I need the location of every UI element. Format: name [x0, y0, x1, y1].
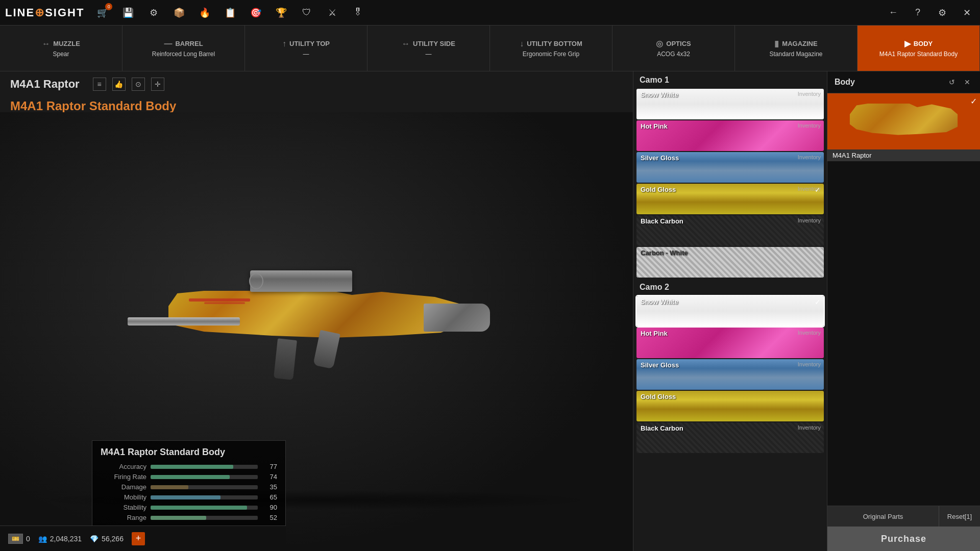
- medal-icon[interactable]: 🎖: [350, 5, 366, 21]
- body-spacer: [827, 161, 980, 506]
- stat-label-range: Range: [101, 514, 146, 521]
- currency-value-3: 56,266: [102, 535, 124, 543]
- body-panel-controls: ↺ ✕: [946, 77, 973, 88]
- body-close-icon[interactable]: ✕: [962, 77, 973, 88]
- slot-magazine[interactable]: ▮ Magazine Standard Magazine: [735, 26, 857, 71]
- move-icon[interactable]: ✛: [151, 78, 164, 91]
- close-icon[interactable]: ✕: [959, 5, 975, 21]
- camo-item-black-carbon-1[interactable]: Black Carbon Inventory: [636, 215, 824, 246]
- stat-value-firingrate: 74: [262, 473, 277, 481]
- sword-icon[interactable]: ⚔: [324, 5, 340, 21]
- camo-check-snow-white-2: ✓: [815, 298, 821, 306]
- stat-row-mobility: Mobility 65: [101, 493, 277, 501]
- currency-item-1: 🎫 0: [8, 534, 30, 544]
- back-icon[interactable]: ←: [885, 5, 901, 21]
- slot-body-label: ▶ Body: [904, 39, 933, 48]
- help-icon[interactable]: ?: [910, 5, 926, 21]
- slot-barrel[interactable]: — Barrel Reinforced Long Barrel: [122, 26, 245, 71]
- currency-value-2: 2,048,231: [50, 535, 82, 543]
- camo-item-hot-pink-1[interactable]: Hot Pink Inventory: [636, 120, 824, 151]
- stat-bar-mobility: [151, 495, 258, 499]
- camo-name-silver-gloss-2: Silver Gloss: [636, 359, 824, 371]
- stat-label-accuracy: Accuracy: [101, 463, 146, 470]
- reset-button[interactable]: Reset[1]: [939, 506, 980, 527]
- nav-right: ← ? ⚙ ✕: [885, 5, 975, 21]
- utility-top-icon: ↑: [282, 39, 286, 48]
- camo-item-gold-gloss-1[interactable]: Gold Gloss Inventory ✓: [636, 184, 824, 214]
- people-icon: 👥: [38, 535, 47, 543]
- camo-name-snow-white-2: Snow White: [636, 296, 824, 308]
- inventory-icon[interactable]: 📦: [171, 5, 187, 21]
- cart-badge: 0: [105, 3, 112, 10]
- slot-utility-bottom[interactable]: ↓ Utility Bottom Ergonomic Fore Grip: [490, 26, 612, 71]
- body-panel-header: Body ↺ ✕: [827, 71, 980, 93]
- stat-label-damage: Damage: [101, 483, 146, 491]
- camo-name-silver-gloss-1: Silver Gloss: [636, 152, 824, 164]
- settings-icon[interactable]: ⚙: [145, 5, 162, 21]
- weapon-render: [138, 260, 495, 403]
- slot-optics[interactable]: ◎ Optics ACOG 4x32: [612, 26, 735, 71]
- slot-utility-top[interactable]: ↑ Utility Top —: [245, 26, 368, 71]
- list-view-icon[interactable]: ≡: [93, 78, 106, 91]
- currency-value-1: 0: [26, 535, 30, 543]
- currency-bar: 🎫 0 👥 2,048,231 💎 56,266 +: [0, 525, 286, 551]
- camo-item-silver-gloss-2[interactable]: Silver Gloss Inventory: [636, 359, 824, 390]
- slot-utility-side-value: —: [426, 51, 432, 58]
- right-combined: Camo 1 Snow White Inventory Hot Pink Inv…: [633, 71, 980, 551]
- camo-check-gold-gloss-1: ✓: [815, 186, 821, 194]
- add-currency-button[interactable]: +: [132, 532, 145, 545]
- cart-icon[interactable]: 🛒 0: [94, 5, 111, 21]
- slot-utility-top-label: ↑ Utility Top: [282, 39, 330, 48]
- notes-icon[interactable]: 📋: [222, 5, 238, 21]
- stat-label-mobility: Mobility: [101, 493, 146, 501]
- camo-item-hot-pink-2[interactable]: Hot Pink Inventory: [636, 328, 824, 358]
- slot-body[interactable]: ▶ Body M4A1 Raptor Standard Body: [857, 26, 980, 71]
- stat-row-accuracy: Accuracy 77: [101, 463, 277, 470]
- camo-scroll[interactable]: Camo 1 Snow White Inventory Hot Pink Inv…: [633, 71, 827, 551]
- camo-item-silver-gloss-1[interactable]: Silver Gloss Inventory: [636, 152, 824, 183]
- original-parts-button[interactable]: Original Parts: [827, 506, 939, 527]
- camo-item-snow-white-2[interactable]: Snow White ✓: [636, 296, 824, 327]
- camo-item-black-carbon-2[interactable]: Black Carbon Inventory: [636, 422, 824, 453]
- stat-row-firingrate: Firing Rate 74: [101, 473, 277, 481]
- slot-barrel-value: Reinforced Long Barrel: [152, 51, 215, 58]
- ticket-icon: 🎫: [8, 534, 23, 544]
- stat-value-range: 52: [262, 514, 277, 521]
- stat-value-accuracy: 77: [262, 463, 277, 470]
- slot-body-value: M4A1 Raptor Standard Body: [879, 51, 958, 58]
- fire-icon[interactable]: 🔥: [197, 5, 213, 21]
- gear-icon[interactable]: ⚙: [934, 5, 950, 21]
- shield-icon[interactable]: 🛡: [299, 5, 315, 21]
- camo-item-snow-white-1[interactable]: Snow White Inventory: [636, 89, 824, 119]
- slot-utility-side[interactable]: ↔ Utility Side —: [368, 26, 490, 71]
- action-buttons: Original Parts Reset[1]: [827, 506, 980, 527]
- currency-item-3: 💎 56,266: [90, 535, 124, 543]
- body-icon: ▶: [904, 39, 911, 48]
- target-icon[interactable]: 🎯: [248, 5, 264, 21]
- slot-muzzle[interactable]: ↔ Muzzle Spear: [0, 26, 122, 71]
- body-reset-icon[interactable]: ↺: [946, 77, 958, 88]
- body-weapon-name: M4A1 Raptor: [827, 149, 980, 161]
- camo-item-gold-gloss-2[interactable]: Gold Gloss: [636, 391, 824, 421]
- save-icon[interactable]: 💾: [120, 5, 136, 21]
- camo-panel: Camo 1 Snow White Inventory Hot Pink Inv…: [633, 71, 827, 551]
- camo2-title: Camo 2: [633, 279, 827, 295]
- slot-utility-side-label: ↔ Utility Side: [402, 39, 455, 48]
- camo-item-carbon-white-1[interactable]: Carbon - White: [636, 247, 824, 278]
- favorite-icon[interactable]: 👍: [112, 78, 126, 91]
- currency-item-2: 👥 2,048,231: [38, 535, 82, 543]
- body-panel: Body ↺ ✕ ✓ M4A1 Raptor Original Parts: [827, 71, 980, 551]
- slot-barrel-label: — Barrel: [164, 39, 203, 48]
- stat-row-range: Range 52: [101, 514, 277, 521]
- stat-value-mobility: 65: [262, 493, 277, 501]
- utility-side-icon: ↔: [402, 39, 410, 48]
- gem-icon: 💎: [90, 535, 99, 543]
- rotate-icon[interactable]: ⊙: [132, 78, 145, 91]
- stat-fill-mobility: [151, 495, 220, 499]
- stat-bar-accuracy: [151, 465, 258, 469]
- stat-bar-firingrate: [151, 475, 258, 479]
- stat-bar-damage: [151, 485, 258, 489]
- body-weapon-render: [843, 98, 965, 144]
- purchase-button[interactable]: Purchase: [827, 527, 980, 551]
- trophy-icon[interactable]: 🏆: [273, 5, 289, 21]
